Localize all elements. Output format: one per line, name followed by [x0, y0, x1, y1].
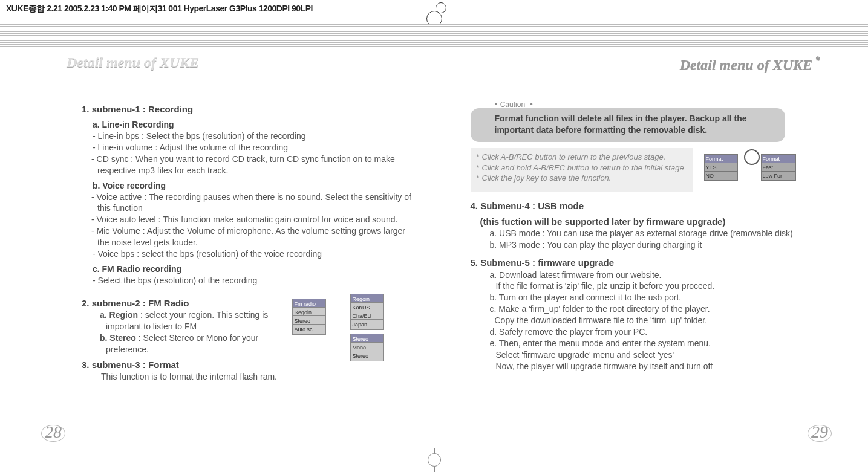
submenu4-subheading: (this fuction will be supported later by… — [471, 216, 814, 228]
line-in-bps: - Line-in bps : Select the bps (resoluti… — [82, 131, 413, 142]
content-area: 1. submenu-1 : Recording a. Line-in Reco… — [0, 100, 868, 472]
right-column: Caution Format function will delete all … — [434, 100, 869, 472]
tip-2: Click and hold A-B/REC button to return … — [474, 163, 688, 173]
tip-1: Click A-B/REC button to return to the pr… — [474, 152, 688, 163]
line-in-volume: - Line-in volume : Adjust the volume of … — [82, 142, 413, 154]
page-number-right: 29 — [808, 425, 832, 442]
tips-row: Click A-B/REC button to return to the pr… — [471, 148, 809, 192]
fm-radio-ui-thumbnail: Fm radio Regoin Stereo Auto sc Regoin Ko… — [292, 294, 413, 360]
fw-step-e: e. Then, enter the menu mode and enter t… — [471, 338, 814, 349]
left-column: 1. submenu-1 : Recording a. Line-in Reco… — [0, 100, 434, 472]
format-ui-thumbnail: Format YES NO Format Fast Low For — [700, 148, 809, 192]
pdf-meta-text: XUKE종합 2.21 2005.2.23 1:40 PM 페이지31 001 … — [6, 4, 313, 15]
tips-box: Click A-B/REC button to return to the pr… — [471, 148, 693, 192]
fm-rec-bps: - Select the bps (resolution) of the rec… — [82, 275, 413, 286]
voice-bps: - Voice bps : select the bps (resolution… — [82, 248, 413, 260]
fw-step-b: b. Turn on the player and connect it to … — [471, 292, 814, 303]
section-title-right: Detail menu of XUKE * — [680, 54, 820, 73]
page-number-left: 28 — [41, 425, 65, 442]
caution-box: Format function will delete all files in… — [471, 108, 785, 142]
mic-volume: - Mic Volume : Adjust the Volume of micr… — [82, 225, 413, 248]
voice-active: - Voice active : The recording pauses wh… — [82, 192, 413, 215]
submenu5-heading: 5. Submenu-5 : firmware upgrade — [471, 257, 814, 269]
fw-step-c: c. Make a 'firm_up' folder to the root d… — [471, 303, 814, 315]
submenu2-heading: 2. submenu-2 : FM Radio — [82, 297, 282, 309]
fw-step-e2: Select 'firmware upgrade' menu and selec… — [471, 349, 814, 361]
submenu4-heading: 4. Submenu-4 : USB mode — [471, 200, 814, 212]
region-item: a. Region : select your region. This set… — [82, 309, 282, 332]
voice-auto-level: - Voice auto level : This function make … — [82, 214, 413, 225]
registration-mark-bottom — [422, 448, 446, 472]
voice-rec-heading: b. Voice recording — [93, 180, 413, 192]
fw-step-a: a. Download latest firmware from our web… — [471, 270, 814, 281]
line-in-heading: a. Line-in Recording — [93, 119, 413, 131]
fw-step-e3: Now, the player will upgrade firmware by… — [471, 361, 814, 372]
fw-step-c2: Copy the downloaded firmware file to the… — [471, 315, 814, 326]
cd-sync: - CD sync : When you want to record CD t… — [82, 154, 413, 176]
submenu1-heading: 1. submenu-1 : Recording — [82, 103, 413, 115]
stereo-item: b. Stereo : Select Stereo or Mono for yo… — [82, 332, 282, 355]
tip-3: Click the joy key to save the function. — [474, 173, 688, 184]
usb-mode: a. USB mode : You can use the player as … — [471, 228, 814, 239]
fm-rec-heading: c. FM Radio recording — [93, 263, 413, 275]
mp3-mode: b. MP3 mode : You can play the player du… — [471, 239, 814, 251]
format-desc: This function is to format the internal … — [82, 371, 282, 383]
header-band: Detail menu of XUKE Detail menu of XUKE … — [0, 24, 868, 85]
fw-step-a2: If the file format is 'zip' file, plz un… — [471, 280, 814, 292]
section-title-left: Detail menu of XUKE — [67, 54, 199, 71]
submenu3-heading: 3. submenu-3 : Format — [82, 359, 282, 371]
fw-step-d: d. Safely remove the player from your PC… — [471, 326, 814, 338]
